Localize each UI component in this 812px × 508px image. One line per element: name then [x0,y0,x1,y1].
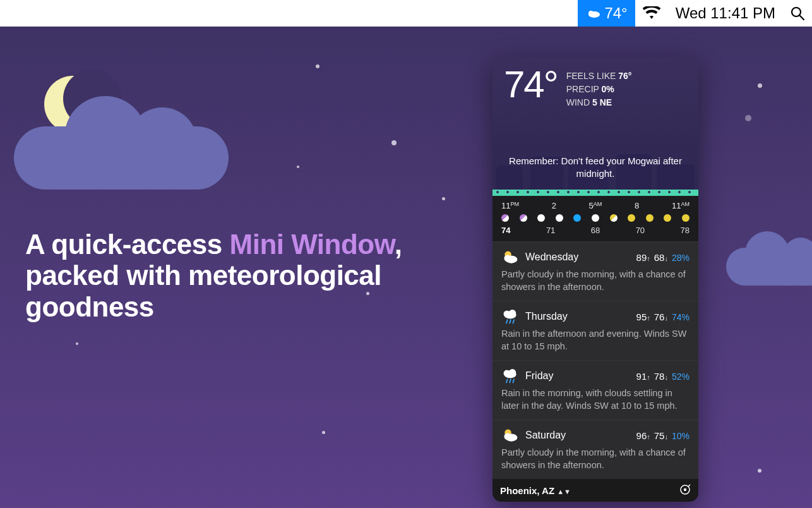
hour-label [534,201,537,210]
day-high: 91↑ [636,371,650,382]
menubar-clock[interactable]: Wed 11:41 PM [668,0,783,27]
day-high: 96↑ [636,430,650,441]
svg-line-17 [510,380,511,383]
day-description: Partly cloudy in the morning, with a cha… [501,447,690,471]
day-high: 89↑ [636,252,650,263]
day-low: 76↓ [654,311,668,322]
hour-label: 11PM [501,201,519,210]
hour-temp: 71 [546,226,555,235]
hour-label: 11AM [672,201,690,210]
locate-icon[interactable] [679,484,691,497]
hour-temp: 74 [501,226,510,235]
hour-temp: 68 [591,226,600,235]
hour-dot [664,214,671,222]
day-name: Saturday [525,430,566,441]
hour-dot [520,214,527,222]
day-name: Friday [525,370,553,382]
svg-line-3 [799,15,804,20]
hero-headline: A quick-access Mini Window, packed with … [25,229,458,322]
svg-line-11 [510,320,511,323]
day-precip-pct: 74% [672,312,690,322]
forecast-day[interactable]: Saturday96↑ 75↓ 10%Partly cloudy in the … [493,420,698,479]
rain-icon [501,308,519,325]
day-low: 68↓ [654,252,668,263]
divider-zigzag [493,190,698,196]
weather-tip: Remember: Don't feed your Mogwai after m… [504,155,687,179]
menubar: 74° Wed 11:41 PM [0,0,812,27]
cloudnight-icon [585,4,600,22]
hour-label [654,201,657,210]
svg-line-10 [506,320,508,323]
svg-point-9 [509,310,516,317]
hour-dot [501,214,509,222]
hour-temp [527,226,530,235]
daily-forecast-list[interactable]: Wednesday89↑ 68↓ 28%Partly cloudy in the… [493,241,698,479]
svg-line-18 [513,380,514,383]
hour-temp [572,226,575,235]
forecast-day[interactable]: Wednesday89↑ 68↓ 28%Partly cloudy in the… [493,241,698,301]
hour-temp: 70 [636,226,645,235]
hour-dot [556,214,563,222]
caret-icon: ▲▼ [557,488,571,495]
day-precip-pct: 52% [672,372,690,382]
day-precip-pct: 10% [672,431,690,441]
svg-point-21 [504,433,511,440]
svg-point-15 [509,369,516,376]
svg-line-16 [506,380,508,383]
hourly-forecast[interactable]: 11PM 2 5AM 8 11AM 74 71 68 70 78 [493,196,698,241]
hour-label: 2 [552,201,556,210]
svg-point-1 [588,11,594,16]
hour-dot [682,214,690,222]
partly-cloudy-icon [501,248,519,266]
rain-icon [501,367,519,385]
weather-mini-window: 74° FEELS LIKE 76° PRECIP 0% WIND 5 NE R… [493,57,698,502]
day-name: Thursday [525,311,568,322]
hour-dot [610,214,618,222]
wifi-icon[interactable] [635,0,668,27]
svg-point-23 [684,488,686,490]
hour-label [571,201,574,210]
current-conditions: 74° FEELS LIKE 76° PRECIP 0% WIND 5 NE R… [493,57,698,190]
cloud-decor [14,126,229,190]
partly-cloudy-icon [501,426,519,444]
menubar-weather-item[interactable]: 74° [578,0,635,27]
current-temp: 74° [504,66,558,104]
hour-temp [661,226,664,235]
menubar-temp: 74° [604,4,627,22]
day-low: 78↓ [654,371,668,382]
hour-dot [646,214,654,222]
day-precip-pct: 28% [672,253,690,263]
forecast-day[interactable]: Thursday95↑ 76↓ 74%Rain in the afternoon… [493,301,698,360]
day-high: 95↑ [636,311,650,322]
day-name: Wednesday [525,251,578,263]
hour-dot [537,214,545,222]
hour-label: 5AM [589,201,602,210]
location-picker[interactable]: Phoenix, AZ▲▼ [500,485,571,496]
svg-line-12 [513,320,514,323]
current-meta: FEELS LIKE 76° PRECIP 0% WIND 5 NE [566,70,632,109]
hour-label [617,201,619,210]
hour-dot [628,214,635,222]
svg-point-6 [504,255,511,262]
cloud-decor [726,248,812,286]
day-low: 75↓ [654,430,668,441]
mini-footer: Phoenix, AZ▲▼ [493,479,698,502]
hero-background: A quick-access Mini Window, packed with … [0,27,812,508]
hour-dot [592,214,599,222]
hour-temp [617,226,619,235]
day-description: Partly cloudy in the morning, with a cha… [501,269,690,293]
forecast-day[interactable]: Friday91↑ 78↓ 52%Rain in the morning, wi… [493,360,698,420]
hour-dot [573,214,581,222]
hour-label: 8 [635,201,639,210]
spotlight-search-icon[interactable] [783,0,812,27]
day-description: Rain in the morning, with clouds settlin… [501,387,690,412]
hour-temp: 78 [681,226,690,235]
day-description: Rain in the afternoon and evening. Winds… [501,328,690,353]
